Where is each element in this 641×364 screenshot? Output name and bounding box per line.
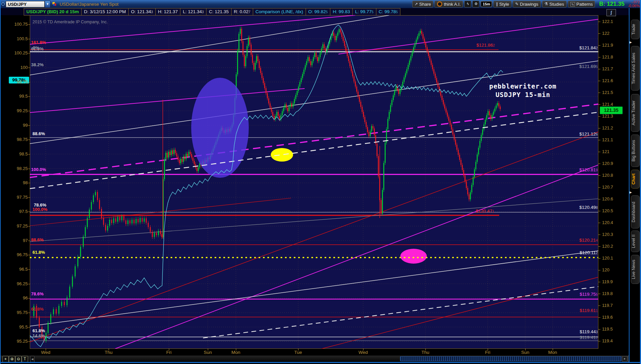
color-link-icon[interactable] [52,2,57,6]
trendline[interactable] [338,19,598,54]
style-button[interactable]: ∥ Style [493,1,511,7]
patterns-button[interactable]: ∿ Patterns [568,1,595,7]
time-scrollbar[interactable] [400,356,622,361]
left-axis-label: 96 [23,295,28,300]
quick-chart-button[interactable]: ϟ [464,1,471,7]
chart-settings-button[interactable]: ⚙ [472,1,479,7]
flash-icon: ϟ [467,2,469,6]
sidebar-tab-dashboard[interactable]: Dashboard [631,195,640,228]
sidebar-tab-level-ii[interactable]: Level II [631,230,640,252]
scroll-right-button[interactable]: ▸ [622,356,627,362]
left-axis-label: 98 [23,180,28,185]
symbol-dropdown-button[interactable]: ▼ [45,1,50,8]
sidebar-tab-trade[interactable]: Trade [631,20,640,39]
candle-style-icon: ∥ [496,2,498,6]
sidebar-tab-active-trader[interactable]: Active Trader [631,94,640,132]
scroll-left-button[interactable]: ◂ [30,356,35,362]
price-target-label: $119.611 [580,308,598,313]
right-axis-label: 119.9 [602,279,613,284]
left-axis-tick [28,24,30,25]
date-label: Sun [521,350,529,355]
dashed-trendline[interactable] [203,287,598,338]
left-axis-label: 95.25 [17,339,28,344]
ohlc-field: Comparison (LINE, /dx) [253,8,306,15]
trendline[interactable] [30,132,598,342]
pink-ellipse-drawing[interactable] [400,249,427,264]
sidebar-tab-chart[interactable]: Chart [631,170,640,189]
right-axis-label: 120.3 [602,232,613,237]
chart-canvas[interactable] [30,15,598,349]
bottom-toolbar: ⌖⊕⊖T◂▸◂▮▸ [0,356,641,362]
price-target-label: $120.112 [580,250,598,255]
ohlc-field: R: 0.027 [231,8,253,15]
left-axis-tick [28,96,30,97]
left-axis-label: 100.25 [14,50,28,55]
pan-tool-button[interactable]: ⌖ [2,356,9,362]
date-label: Mon [231,350,240,355]
drawings-button[interactable]: ✎ Drawings [513,1,540,7]
date-label: Sun [204,350,212,355]
trendline[interactable] [30,198,291,226]
right-axis-label: 121.5 [602,90,613,95]
right-axis-label: 121.6 [602,78,613,83]
date-label: Tue [294,350,302,355]
trendline[interactable] [30,89,305,113]
comparison-line[interactable] [30,25,503,347]
sidebar-tab-big-buttons[interactable]: Big Buttons [631,135,640,167]
copyright-text: 2015 © TD Ameritrade IP Company, Inc. [32,20,108,24]
left-axis-label: 99 [23,123,28,128]
timeframe-badge[interactable]: 15m [481,1,492,7]
right-axis-label: 120.2 [602,244,613,249]
time-axis[interactable]: WedThuFriSunMonTueWedThuFriSunMon [0,349,641,356]
symbol-input[interactable]: USD/JPY [6,1,45,7]
trendline[interactable] [322,277,598,349]
dashed-trendline[interactable] [30,112,598,189]
left-axis-tick [28,327,30,327]
right-axis-tick [598,81,600,81]
trendline[interactable] [30,104,598,177]
window-border-bottom [0,362,641,363]
right-axis-tick [598,128,600,128]
right-axis-label: 121.1 [602,137,613,142]
bid-price: B: 121.35 [599,1,624,7]
right-axis-label: 120.4 [602,220,613,225]
right-axis-label: 121.3 [602,114,613,119]
left-axis-tick [28,298,30,298]
right-axis-tick [598,22,600,22]
symbol-text: USD/JPY [8,2,27,7]
zoom-in-button[interactable]: ⊕ [9,356,15,362]
date-tick [488,349,488,350]
fib-percent-label: 61.8% [31,307,44,312]
link-circle-icon[interactable] [1,2,5,6]
left-axis-tick [28,154,30,154]
thinkorswim-window: USD/JPY ▼ USDollar/Japanese Yen Spot ↗ S… [0,0,641,364]
share-button[interactable]: ↗ Share [412,1,434,7]
right-axis-label: 122 [602,31,610,36]
candlestick-series[interactable] [34,27,500,343]
chart-mode-icon[interactable]: ʃ [606,9,616,16]
left-axis-label: 97.75 [17,195,28,200]
right-axis-label: 120 [602,267,610,272]
text-tool-button[interactable]: T [22,356,28,362]
date-tick [169,349,169,350]
left-axis-tick [28,197,30,198]
trendline[interactable] [115,165,598,349]
left-axis-label: 100.5 [17,36,28,41]
right-axis-tick [598,341,600,341]
trendline[interactable] [30,251,598,326]
think-ai-button[interactable]: think A.I. [435,1,463,7]
sidebar-tab-live-news[interactable]: Live News [631,255,640,284]
studies-button[interactable]: ⚗ Studies [542,1,567,7]
wrench-icon: ⚙ [474,2,478,6]
trendline[interactable] [30,61,598,144]
tab-scroll-arrow[interactable]: ▶ [629,41,632,44]
right-axis-tick [598,45,600,46]
right-axis-tick [598,164,600,164]
sidebar-tab-times-and-sales[interactable]: Times And Sales [631,46,640,91]
zoom-out-button[interactable]: ⊖ [15,356,22,362]
trendline[interactable] [30,199,598,242]
yellow-ellipse-drawing[interactable] [271,148,293,162]
tab-scroll-arrow[interactable]: ▶ [629,191,632,194]
right-axis-label: 119.4 [602,338,613,343]
sidebar-tab-strip: TradeTimes And SalesActive TraderBig But… [629,8,641,362]
